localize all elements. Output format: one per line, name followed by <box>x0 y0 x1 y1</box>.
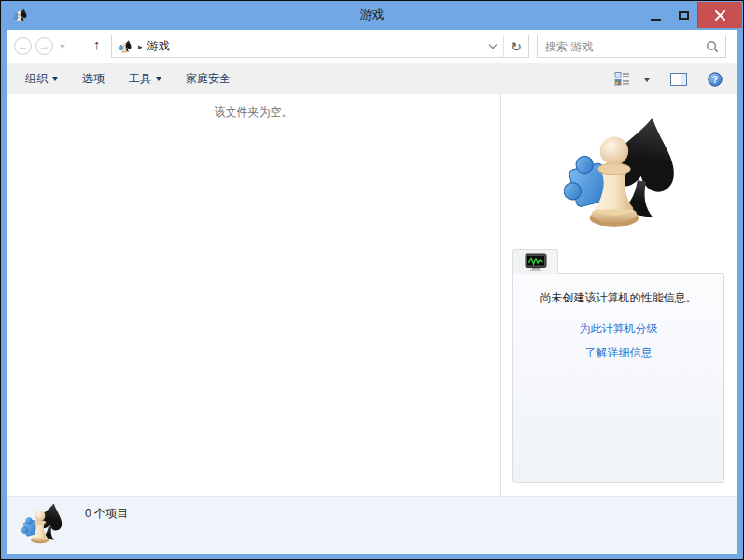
details-pane: 尚未创建该计算机的性能信息。 为此计算机分级 了解详细信息 <box>500 94 737 496</box>
chevron-down-icon <box>489 41 497 49</box>
rate-this-computer-link[interactable]: 为此计算机分级 <box>513 321 723 337</box>
window-title: 游戏 <box>1 1 743 30</box>
maximize-button[interactable] <box>669 2 697 28</box>
client-area: ← → ↑ ▸ 游戏 ↻ <box>7 30 737 553</box>
empty-folder-message: 该文件夹为空。 <box>7 105 500 120</box>
search-icon <box>706 40 719 53</box>
svg-text:?: ? <box>712 73 718 84</box>
refresh-button[interactable]: ↻ <box>504 35 528 57</box>
search-box <box>537 35 726 58</box>
performance-monitor-icon <box>525 253 547 272</box>
file-list-pane[interactable]: 该文件夹为空。 <box>7 94 500 496</box>
tools-menu[interactable]: 工具 <box>123 67 167 91</box>
navigation-bar: ← → ↑ ▸ 游戏 ↻ <box>7 30 737 63</box>
minimize-button[interactable] <box>641 2 669 28</box>
up-button[interactable]: ↑ <box>93 36 101 52</box>
back-button[interactable]: ← <box>14 37 32 55</box>
chevron-down-icon <box>52 77 58 81</box>
breadcrumb-item[interactable]: 游戏 <box>147 38 170 54</box>
search-input[interactable] <box>538 40 706 53</box>
command-bar: 组织 选项 工具 家庭安全 <box>7 63 737 94</box>
organize-label: 组织 <box>25 71 48 87</box>
family-safety-label: 家庭安全 <box>186 71 231 87</box>
games-breadcrumb-icon <box>118 39 133 54</box>
change-view-button[interactable] <box>614 71 630 87</box>
forward-button[interactable]: → <box>35 37 53 55</box>
games-large-icon <box>554 111 686 234</box>
item-count: 0 个项目 <box>85 506 128 522</box>
views-dropdown-icon[interactable] <box>644 78 650 82</box>
performance-tab[interactable] <box>512 249 558 274</box>
family-safety-button[interactable]: 家庭安全 <box>180 67 236 91</box>
titlebar: 游戏 <box>1 1 743 30</box>
learn-more-link[interactable]: 了解详细信息 <box>513 345 723 361</box>
status-bar: 0 个项目 <box>7 496 737 554</box>
options-button[interactable]: 选项 <box>77 67 110 91</box>
organize-menu[interactable]: 组织 <box>20 67 63 91</box>
help-button[interactable]: ? <box>708 72 723 87</box>
options-label: 选项 <box>82 71 105 87</box>
games-explorer-window: 游戏 ← → ↑ ▸ 游戏 ↻ <box>0 0 744 560</box>
close-button[interactable] <box>697 2 742 28</box>
tools-label: 工具 <box>129 71 151 87</box>
address-dropdown-button[interactable] <box>483 35 503 57</box>
address-bar[interactable]: ▸ 游戏 ↻ <box>111 35 529 58</box>
games-status-icon <box>18 500 66 547</box>
maximize-icon <box>679 11 689 20</box>
minimize-icon <box>651 19 661 21</box>
performance-message: 尚未创建该计算机的性能信息。 <box>513 290 723 306</box>
close-icon <box>714 9 726 21</box>
performance-info-box: 尚未创建该计算机的性能信息。 为此计算机分级 了解详细信息 <box>512 273 724 483</box>
breadcrumb-chevron-icon: ▸ <box>138 42 143 51</box>
preview-pane-button[interactable] <box>670 73 687 86</box>
chevron-down-icon <box>156 77 161 81</box>
content-area: 该文件夹为空。 尚未创建该计算机的性能信息。 为此计算机分级 <box>7 94 737 496</box>
recent-pages-dropdown-icon[interactable] <box>60 45 65 49</box>
